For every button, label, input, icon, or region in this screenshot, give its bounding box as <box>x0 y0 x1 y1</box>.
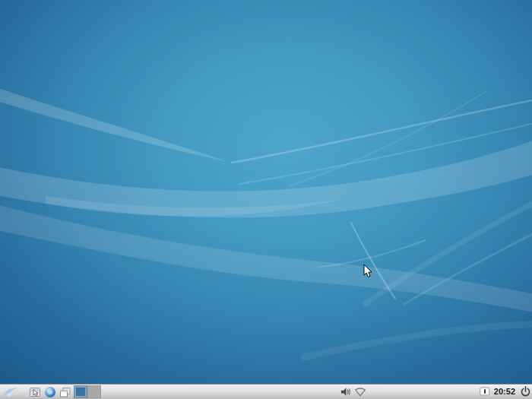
file-manager-icon <box>29 386 41 398</box>
browser-launcher[interactable] <box>43 385 57 399</box>
workspace-pager <box>74 385 101 398</box>
chromium-browser-icon <box>44 386 56 398</box>
desktop-wallpaper[interactable] <box>0 0 532 384</box>
file-manager-launcher[interactable] <box>27 385 42 399</box>
task-list-area <box>101 385 340 399</box>
lubuntu-bird-icon <box>2 386 19 398</box>
battery-indicator-icon[interactable] <box>480 385 492 399</box>
show-desktop-button[interactable] <box>58 385 72 399</box>
mouse-cursor <box>363 264 372 278</box>
clock[interactable]: 20:52 <box>492 385 518 399</box>
application-menu-button[interactable] <box>0 385 21 399</box>
system-tray: 20:52 <box>340 385 532 399</box>
volume-button[interactable] <box>340 385 353 399</box>
network-button[interactable] <box>353 385 367 399</box>
taskbar: 20:52 <box>0 384 532 399</box>
volume-icon <box>340 386 352 397</box>
workspace-2[interactable] <box>87 385 101 398</box>
wallpaper-swirls <box>0 0 532 384</box>
power-button[interactable] <box>518 385 532 399</box>
tray-gap <box>367 391 480 392</box>
power-icon <box>520 386 531 397</box>
show-desktop-icon <box>59 386 71 398</box>
workspace-1[interactable] <box>74 385 87 398</box>
network-icon <box>353 386 367 397</box>
